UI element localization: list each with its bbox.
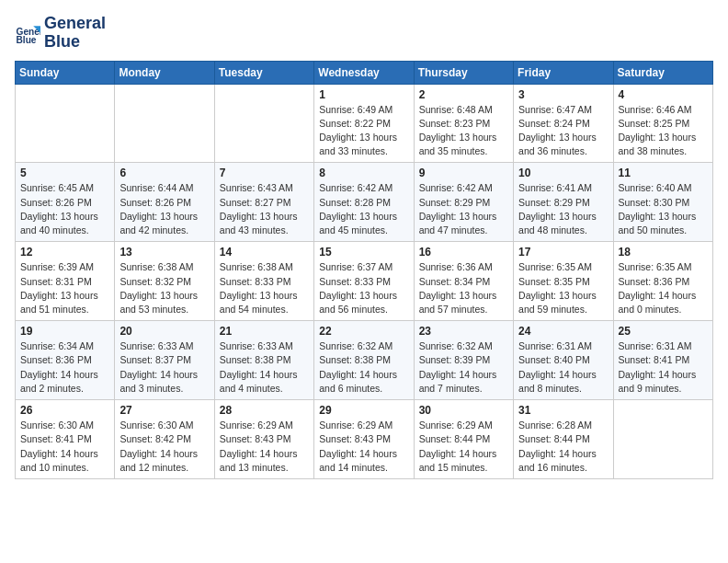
calendar-cell [16,84,115,163]
day-number: 7 [220,167,309,179]
day-info: Sunrise: 6:42 AM Sunset: 8:29 PM Dayligh… [419,181,508,237]
day-number: 30 [419,404,508,417]
day-info: Sunrise: 6:41 AM Sunset: 8:29 PM Dayligh… [518,181,608,237]
day-number: 12 [20,246,109,259]
calendar-week-row: 5Sunrise: 6:45 AM Sunset: 8:26 PM Daylig… [16,163,713,242]
day-number: 31 [518,404,608,417]
calendar-cell: 4Sunrise: 6:46 AM Sunset: 8:25 PM Daylig… [613,84,712,163]
calendar-cell: 22Sunrise: 6:32 AM Sunset: 8:38 PM Dayli… [314,321,414,400]
day-info: Sunrise: 6:28 AM Sunset: 8:44 PM Dayligh… [518,419,608,475]
day-info: Sunrise: 6:30 AM Sunset: 8:42 PM Dayligh… [119,419,209,475]
day-number: 19 [20,325,109,338]
calendar-cell: 28Sunrise: 6:29 AM Sunset: 8:43 PM Dayli… [214,400,313,479]
calendar-day-header: Wednesday [314,61,414,84]
day-info: Sunrise: 6:33 AM Sunset: 8:38 PM Dayligh… [220,339,309,396]
day-number: 24 [518,325,608,338]
svg-text:Blue: Blue [17,35,37,45]
day-number: 5 [20,167,109,179]
calendar-cell: 7Sunrise: 6:43 AM Sunset: 8:27 PM Daylig… [214,163,313,242]
logo-text: General Blue [44,15,106,52]
day-info: Sunrise: 6:47 AM Sunset: 8:24 PM Dayligh… [518,103,608,159]
day-number: 3 [518,88,608,101]
calendar-cell: 23Sunrise: 6:32 AM Sunset: 8:39 PM Dayli… [414,321,513,400]
calendar-cell: 21Sunrise: 6:33 AM Sunset: 8:38 PM Dayli… [214,321,313,400]
day-info: Sunrise: 6:33 AM Sunset: 8:37 PM Dayligh… [119,339,209,396]
calendar-cell: 12Sunrise: 6:39 AM Sunset: 8:31 PM Dayli… [16,242,115,321]
calendar-cell [115,84,214,163]
day-info: Sunrise: 6:37 AM Sunset: 8:33 PM Dayligh… [319,260,408,316]
calendar-cell: 6Sunrise: 6:44 AM Sunset: 8:26 PM Daylig… [115,163,214,242]
calendar-cell: 10Sunrise: 6:41 AM Sunset: 8:29 PM Dayli… [514,163,613,242]
calendar-day-header: Tuesday [214,61,313,84]
day-number: 6 [119,167,209,179]
day-info: Sunrise: 6:38 AM Sunset: 8:33 PM Dayligh… [220,260,309,316]
day-info: Sunrise: 6:31 AM Sunset: 8:40 PM Dayligh… [518,339,608,396]
day-number: 22 [319,325,408,338]
calendar-cell: 18Sunrise: 6:35 AM Sunset: 8:36 PM Dayli… [613,242,712,321]
calendar-cell: 8Sunrise: 6:42 AM Sunset: 8:28 PM Daylig… [314,163,414,242]
calendar-cell: 30Sunrise: 6:29 AM Sunset: 8:44 PM Dayli… [414,400,513,479]
day-info: Sunrise: 6:39 AM Sunset: 8:31 PM Dayligh… [20,260,109,316]
calendar-cell: 17Sunrise: 6:35 AM Sunset: 8:35 PM Dayli… [514,242,613,321]
day-number: 20 [119,325,209,338]
day-info: Sunrise: 6:45 AM Sunset: 8:26 PM Dayligh… [20,181,109,237]
day-number: 11 [619,167,708,179]
calendar-cell: 24Sunrise: 6:31 AM Sunset: 8:40 PM Dayli… [514,321,613,400]
calendar-cell: 29Sunrise: 6:29 AM Sunset: 8:43 PM Dayli… [314,400,414,479]
calendar-cell: 26Sunrise: 6:30 AM Sunset: 8:41 PM Dayli… [16,400,115,479]
calendar-cell: 3Sunrise: 6:47 AM Sunset: 8:24 PM Daylig… [514,84,613,163]
calendar-day-header: Saturday [613,61,712,84]
calendar-day-header: Friday [514,61,613,84]
calendar-cell: 25Sunrise: 6:31 AM Sunset: 8:41 PM Dayli… [613,321,712,400]
day-number: 1 [319,88,408,101]
calendar-week-row: 26Sunrise: 6:30 AM Sunset: 8:41 PM Dayli… [16,400,713,479]
calendar-cell: 19Sunrise: 6:34 AM Sunset: 8:36 PM Dayli… [16,321,115,400]
calendar-header-row: SundayMondayTuesdayWednesdayThursdayFrid… [16,61,713,84]
day-info: Sunrise: 6:35 AM Sunset: 8:35 PM Dayligh… [518,260,608,316]
calendar-cell: 2Sunrise: 6:48 AM Sunset: 8:23 PM Daylig… [414,84,513,163]
calendar-cell [613,400,712,479]
day-info: Sunrise: 6:29 AM Sunset: 8:43 PM Dayligh… [319,419,408,475]
calendar-table: SundayMondayTuesdayWednesdayThursdayFrid… [15,61,713,479]
day-info: Sunrise: 6:42 AM Sunset: 8:28 PM Dayligh… [319,181,408,237]
calendar-cell: 27Sunrise: 6:30 AM Sunset: 8:42 PM Dayli… [115,400,214,479]
day-info: Sunrise: 6:49 AM Sunset: 8:22 PM Dayligh… [319,103,408,159]
day-number: 26 [20,404,109,417]
day-number: 17 [518,246,608,259]
day-info: Sunrise: 6:29 AM Sunset: 8:43 PM Dayligh… [220,419,309,475]
calendar-cell: 20Sunrise: 6:33 AM Sunset: 8:37 PM Dayli… [115,321,214,400]
day-number: 27 [119,404,209,417]
calendar-cell [214,84,313,163]
day-number: 25 [619,325,708,338]
calendar-cell: 5Sunrise: 6:45 AM Sunset: 8:26 PM Daylig… [16,163,115,242]
calendar-cell: 31Sunrise: 6:28 AM Sunset: 8:44 PM Dayli… [514,400,613,479]
day-number: 28 [220,404,309,417]
day-number: 18 [619,246,708,259]
day-number: 15 [319,246,408,259]
day-info: Sunrise: 6:36 AM Sunset: 8:34 PM Dayligh… [419,260,508,316]
day-info: Sunrise: 6:30 AM Sunset: 8:41 PM Dayligh… [20,419,109,475]
day-info: Sunrise: 6:44 AM Sunset: 8:26 PM Dayligh… [119,181,209,237]
day-info: Sunrise: 6:40 AM Sunset: 8:30 PM Dayligh… [619,181,708,237]
day-info: Sunrise: 6:29 AM Sunset: 8:44 PM Dayligh… [419,419,508,475]
calendar-day-header: Sunday [16,61,115,84]
logo-icon: General Blue [15,20,40,46]
day-number: 10 [518,167,608,179]
day-number: 8 [319,167,408,179]
calendar-week-row: 1Sunrise: 6:49 AM Sunset: 8:22 PM Daylig… [16,84,713,163]
day-number: 21 [220,325,309,338]
calendar-day-header: Monday [115,61,214,84]
day-info: Sunrise: 6:38 AM Sunset: 8:32 PM Dayligh… [119,260,209,316]
day-info: Sunrise: 6:32 AM Sunset: 8:38 PM Dayligh… [319,339,408,396]
day-number: 16 [419,246,508,259]
calendar-week-row: 12Sunrise: 6:39 AM Sunset: 8:31 PM Dayli… [16,242,713,321]
calendar-cell: 1Sunrise: 6:49 AM Sunset: 8:22 PM Daylig… [314,84,414,163]
day-info: Sunrise: 6:34 AM Sunset: 8:36 PM Dayligh… [20,339,109,396]
calendar-cell: 15Sunrise: 6:37 AM Sunset: 8:33 PM Dayli… [314,242,414,321]
calendar-cell: 11Sunrise: 6:40 AM Sunset: 8:30 PM Dayli… [613,163,712,242]
page-header: General Blue General Blue [15,15,713,52]
day-number: 4 [619,88,708,101]
day-info: Sunrise: 6:32 AM Sunset: 8:39 PM Dayligh… [419,339,508,396]
calendar-week-row: 19Sunrise: 6:34 AM Sunset: 8:36 PM Dayli… [16,321,713,400]
day-number: 9 [419,167,508,179]
